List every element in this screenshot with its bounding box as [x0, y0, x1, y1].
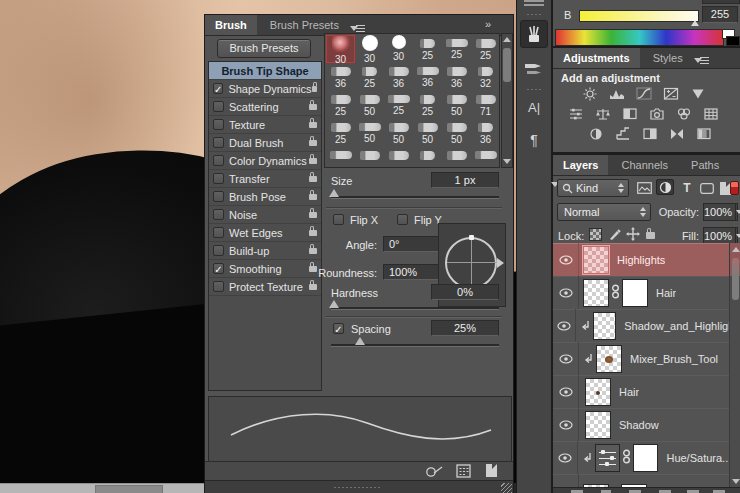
brightness-contrast-icon[interactable]: [579, 86, 601, 103]
brush-tip-cell[interactable]: 25: [326, 119, 355, 147]
scroll-down-icon[interactable]: [732, 479, 740, 484]
layer-thumbnail[interactable]: [596, 345, 622, 373]
brush-tip-cell[interactable]: 25: [471, 35, 500, 63]
photo-filter-icon[interactable]: [646, 106, 668, 123]
blend-mode-select[interactable]: Normal: [557, 203, 651, 221]
tab-layers[interactable]: Layers: [553, 155, 608, 175]
list-item-shape-dynamics[interactable]: ✓ Shape Dynamics: [209, 80, 321, 98]
lock-icon[interactable]: [309, 194, 317, 200]
layer-row-shadow[interactable]: Shadow: [553, 408, 729, 442]
list-item-texture[interactable]: Texture: [209, 116, 321, 134]
tab-brush[interactable]: Brush: [205, 15, 257, 35]
new-brush-icon[interactable]: [486, 464, 497, 477]
tab-styles[interactable]: Styles: [643, 48, 693, 68]
lock-icon[interactable]: [309, 248, 317, 254]
link-icon[interactable]: [611, 284, 620, 301]
checkbox-build-up[interactable]: [213, 245, 224, 256]
opacity-dropdown-icon[interactable]: [735, 204, 740, 220]
black-white-icon[interactable]: [619, 106, 641, 123]
hardness-slider-thumb[interactable]: [329, 300, 339, 308]
filter-pixel-layers-icon[interactable]: [635, 180, 653, 196]
brush-tip-cell[interactable]: [442, 147, 471, 168]
lock-paint-icon[interactable]: [608, 227, 622, 243]
brush-tip-cell[interactable]: 25: [413, 91, 442, 119]
brush-tip-cell[interactable]: 25: [442, 35, 471, 63]
brush-tip-cell[interactable]: 30: [355, 35, 384, 63]
brush-tip-cell[interactable]: 50: [355, 119, 384, 147]
visibility-toggle[interactable]: [553, 474, 579, 487]
brush-tip-cell[interactable]: 25: [384, 91, 413, 119]
layer-name[interactable]: Hair: [619, 386, 639, 398]
lock-position-icon[interactable]: [626, 227, 640, 243]
posterize-icon[interactable]: [612, 126, 634, 143]
layer-mask-thumbnail[interactable]: [622, 279, 648, 307]
lock-icon[interactable]: [309, 104, 317, 110]
hardness-slider[interactable]: [331, 307, 499, 310]
list-item-brush-tip-shape[interactable]: Brush Tip Shape: [209, 62, 321, 80]
lock-icon[interactable]: [309, 122, 317, 128]
threshold-icon[interactable]: [639, 126, 661, 143]
preset-manager-icon[interactable]: [456, 464, 471, 478]
lock-icon[interactable]: [309, 158, 317, 164]
visibility-toggle[interactable]: [553, 441, 578, 474]
layers-scrollbar[interactable]: [729, 243, 740, 487]
vibrance-icon[interactable]: [687, 86, 709, 103]
checkbox-smoothing[interactable]: ✓: [213, 263, 224, 274]
visibility-toggle[interactable]: [553, 243, 579, 276]
visibility-toggle[interactable]: [553, 342, 579, 375]
scroll-up-icon[interactable]: [503, 37, 511, 42]
list-item-protect-texture[interactable]: Protect Texture: [209, 278, 321, 296]
list-item-scattering[interactable]: Scattering: [209, 98, 321, 116]
layer-name[interactable]: Hair: [656, 287, 676, 299]
brush-presets-button[interactable]: Brush Presets: [217, 39, 311, 58]
exposure-icon[interactable]: [660, 86, 682, 103]
lock-icon[interactable]: [309, 176, 317, 182]
flip-x-checkbox[interactable]: [333, 214, 344, 225]
list-item-dual-brush[interactable]: Dual Brush: [209, 134, 321, 152]
brush-tip-cell[interactable]: 36: [326, 63, 355, 91]
layer-row-highlights[interactable]: Highlights: [553, 243, 729, 277]
filter-shape-layers-icon[interactable]: [698, 180, 716, 196]
list-item-build-up[interactable]: Build-up: [209, 242, 321, 260]
layer-thumbnail[interactable]: [585, 378, 611, 406]
brush-tip-cell[interactable]: 50: [442, 91, 471, 119]
checkbox-dual-brush[interactable]: [213, 137, 224, 148]
link-icon[interactable]: [622, 449, 631, 466]
checkbox-brush-pose[interactable]: [213, 191, 224, 202]
checkbox-noise[interactable]: [213, 209, 224, 220]
panel-menu-icon[interactable]: [694, 55, 710, 66]
filter-type-layers-icon[interactable]: T: [678, 180, 696, 196]
brush-tip-cell[interactable]: 36: [442, 63, 471, 91]
checkbox-texture[interactable]: [213, 119, 224, 130]
brush-presets-panel-icon[interactable]: [520, 54, 548, 82]
lock-all-icon[interactable]: [646, 229, 655, 241]
spacing-checkbox[interactable]: ✓: [333, 323, 344, 334]
brush-tip-cell[interactable]: 36: [413, 63, 442, 91]
lock-transparency-icon[interactable]: [589, 228, 602, 241]
brush-tip-cell[interactable]: 36: [384, 63, 413, 91]
roundness-value-field[interactable]: 100%: [383, 264, 439, 280]
brush-tip-cell[interactable]: [471, 147, 500, 168]
visibility-toggle[interactable]: [553, 309, 576, 342]
brush-grid-scrollbar[interactable]: [501, 33, 513, 168]
layer-row-partial[interactable]: [553, 474, 729, 487]
size-slider-thumb[interactable]: [329, 189, 339, 197]
size-value-field[interactable]: 1 px: [431, 172, 499, 188]
color-balance-icon[interactable]: [592, 106, 614, 123]
opacity-value[interactable]: 100%: [703, 203, 738, 221]
lock-icon[interactable]: [309, 266, 317, 272]
layer-row-mixer-brush-tool[interactable]: Mixer_Brush_Tool: [553, 342, 729, 376]
list-item-brush-pose[interactable]: Brush Pose: [209, 188, 321, 206]
layer-thumbnail[interactable]: [585, 411, 611, 439]
document-horizontal-scrollbar[interactable]: [0, 483, 207, 493]
brush-tip-cell[interactable]: 25: [413, 35, 442, 63]
list-item-smoothing[interactable]: ✓ Smoothing: [209, 260, 321, 278]
lock-icon[interactable]: [312, 86, 317, 92]
panel-corner-resize-grip[interactable]: [501, 483, 512, 493]
dock-grip[interactable]: [526, 13, 542, 17]
tab-channels[interactable]: Channels: [612, 155, 678, 175]
brush-tip-cell[interactable]: [355, 147, 384, 168]
hue-saturation-icon[interactable]: [565, 106, 587, 123]
brush-tip-cell[interactable]: 50: [413, 119, 442, 147]
lock-icon[interactable]: [309, 140, 317, 146]
